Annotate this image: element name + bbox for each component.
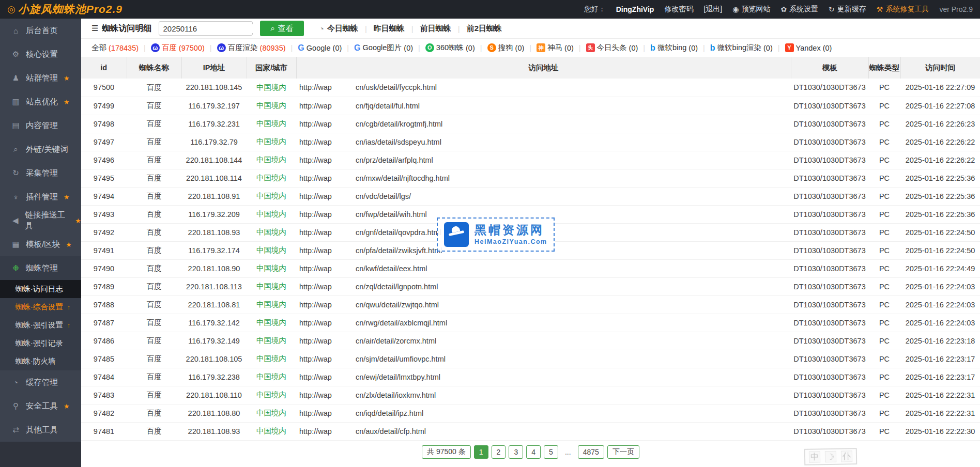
url-prefix: http://wap	[299, 83, 332, 91]
filter-360-spider[interactable]: O360蜘蛛(0)	[425, 43, 475, 53]
cell-spider-name: 百度	[127, 350, 181, 368]
filter-baidu-render[interactable]: ω百度渲染(80935)	[217, 43, 286, 53]
sidebar-item-cache-manage[interactable]: ◔缓存管理	[0, 370, 81, 394]
sidebar-subitem-spider-force-records[interactable]: 蜘蛛·强引记录	[0, 334, 81, 352]
cell-spider-type: PC	[868, 187, 900, 205]
sidebar-subitem-spider-force-settings[interactable]: 蜘蛛·强引设置↑	[0, 316, 81, 334]
sidebar-item-security-tools[interactable]: ⚲安全工具★	[0, 394, 81, 418]
filter-separator: |	[291, 44, 293, 52]
sidebar-subitem-spider-general-settings[interactable]: 蜘蛛·综合设置↑	[0, 298, 81, 316]
url-prefix: http://wap	[299, 355, 332, 363]
page-button-4[interactable]: 4	[526, 445, 541, 459]
cell-country: 中国境内	[247, 97, 296, 115]
filter-toutiao[interactable]: 头今日头条(0)	[586, 43, 638, 53]
cell-spider-name: 百度	[127, 151, 181, 169]
tab-day-2[interactable]: 前日蜘蛛	[420, 24, 451, 34]
filter-label: 神马	[547, 43, 562, 53]
cell-spider-type: PC	[868, 169, 900, 187]
cell-id: 97499	[81, 97, 127, 115]
cell-id: 97484	[81, 368, 127, 386]
logout-link[interactable]: [退出]	[703, 5, 722, 14]
cell-visit-time: 2025-01-16 22:25:36	[900, 187, 980, 205]
preview-site-link[interactable]: ◉ 预览网站	[732, 5, 770, 14]
page-button-5[interactable]: 5	[544, 445, 558, 459]
sidebar-item-core-settings[interactable]: ⚙核心设置	[0, 42, 81, 66]
watermark-domain: HeiMaoZiYuan.Com	[474, 238, 547, 245]
cell-visit-url: http://wapcn/mxw/detail/njftocdhg.html	[296, 169, 791, 187]
next-page-button[interactable]: 下一页	[607, 445, 639, 459]
cell-ip: 116.179.32.149	[181, 332, 247, 350]
sidebar-item-site-group[interactable]: ♟站群管理★	[0, 66, 81, 90]
watermark-title: 黑帽资源网	[474, 224, 547, 237]
filter-yandex[interactable]: YYandex(0)	[785, 43, 832, 52]
total-count-box: 共 97500 条	[422, 445, 471, 459]
cell-template: DT1030/1030DT3673	[791, 368, 868, 386]
tab-day-1[interactable]: 昨日蜘蛛	[374, 24, 405, 34]
repair-tool-link[interactable]: ⚒ 系统修复工具	[877, 5, 929, 14]
document-icon: ▤	[11, 121, 21, 130]
filter-shenma[interactable]: 神神马(0)	[537, 43, 574, 53]
filter-count: (97500)	[179, 44, 205, 52]
cell-visit-time: 2025-01-16 22:24:03	[900, 295, 980, 314]
tab-separator: |	[411, 24, 414, 33]
sidebar-item-collect[interactable]: ↻采集管理	[0, 161, 81, 185]
censored-domain	[332, 266, 356, 272]
sidebar-item-templates-blocks[interactable]: ▦模板/区块★	[0, 232, 81, 256]
url-path: cn/aux/detail/cfp.html	[356, 427, 426, 435]
cell-id: 97487	[81, 314, 127, 332]
cell-template: DT1030/1030DT3673	[791, 332, 868, 350]
pin-icon: ★	[64, 402, 70, 410]
sidebar-item-site-optimize[interactable]: ▥站点优化★	[0, 90, 81, 114]
sidebar-item-plugins[interactable]: ♆插件管理★	[0, 185, 81, 209]
tab-day-3[interactable]: 前2日蜘蛛	[467, 24, 502, 34]
filter-sogou[interactable]: S搜狗(0)	[487, 43, 525, 53]
sidebar-item-other-tools[interactable]: ⇄其他工具	[0, 418, 81, 442]
sidebar-item-spider-manage[interactable]: ❉蜘蛛管理	[0, 256, 81, 280]
bing-icon: b	[650, 44, 655, 52]
url-prefix: http://wap	[299, 409, 332, 417]
change-password-link[interactable]: 修改密码	[664, 5, 693, 14]
sidebar-item-label: 插件管理	[26, 192, 58, 203]
filter-bing-render[interactable]: b微软bing渲染(0)	[710, 43, 773, 53]
page-button-last[interactable]: 4875	[578, 445, 604, 459]
table-row: 97488百度220.181.108.81中国境内http://wapcn/qw…	[81, 295, 980, 314]
update-cache-link[interactable]: ↻ 更新缓存	[829, 5, 866, 14]
filter-all[interactable]: 全部(178435)	[91, 43, 139, 53]
cell-ip: 220.181.108.145	[181, 79, 247, 97]
system-settings-link[interactable]: ✿ 系统设置	[780, 5, 818, 14]
cell-spider-name: 百度	[127, 368, 181, 386]
cell-visit-url: http://wapcn/qwu/detail/zwjtqo.html	[296, 295, 791, 314]
cell-country: 中国境内	[247, 169, 296, 187]
cell-id: 97482	[81, 404, 127, 422]
cell-country: 中国境内	[247, 386, 296, 404]
filter-label: Google图片	[363, 43, 402, 53]
cell-id: 97495	[81, 169, 127, 187]
cell-spider-name: 百度	[127, 277, 181, 295]
censored-domain	[332, 338, 356, 345]
sidebar-item-content[interactable]: ▤内容管理	[0, 114, 81, 137]
cell-spider-type: PC	[868, 97, 900, 115]
cell-visit-time: 2025-01-16 22:26:22	[900, 151, 980, 169]
cell-visit-time: 2025-01-16 22:27:08	[900, 97, 980, 115]
filter-baidu[interactable]: ω百度(97500)	[151, 43, 205, 53]
url-path: cn/prz/detail/arfplq.html	[356, 156, 433, 164]
filter-google[interactable]: GGoogle(0)	[298, 44, 342, 52]
list-icon: ☰	[91, 24, 98, 33]
date-input[interactable]	[163, 24, 266, 33]
sidebar-subitem-spider-visit-log[interactable]: 蜘蛛·访问日志	[0, 280, 81, 298]
filter-label: 微软bing渲染	[717, 43, 761, 53]
table-row: 97484百度116.179.32.238中国境内http://wapcn/ew…	[81, 368, 980, 386]
sidebar-item-home[interactable]: ⌂后台首页	[0, 19, 81, 42]
page-button-2[interactable]: 2	[492, 445, 506, 459]
page-button-3[interactable]: 3	[509, 445, 523, 459]
filter-bing[interactable]: b微软bing(0)	[650, 43, 698, 53]
cell-country: 中国境内	[247, 79, 296, 97]
sidebar-subitem-spider-firewall[interactable]: 蜘蛛·防火墙	[0, 352, 81, 370]
filter-google-images[interactable]: GGoogle图片(0)	[354, 43, 413, 53]
sidebar-item-link-push[interactable]: ◀链接推送工具★	[0, 209, 81, 232]
tab-today[interactable]: ◔今日蜘蛛	[319, 24, 358, 34]
sidebar-item-links-keywords[interactable]: ⌕外链/关键词	[0, 137, 81, 161]
page-button-1[interactable]: 1	[474, 445, 488, 459]
view-button[interactable]: ⌕ 查看	[260, 21, 303, 36]
page-title: ☰ 蜘蛛访问明细	[91, 23, 151, 34]
